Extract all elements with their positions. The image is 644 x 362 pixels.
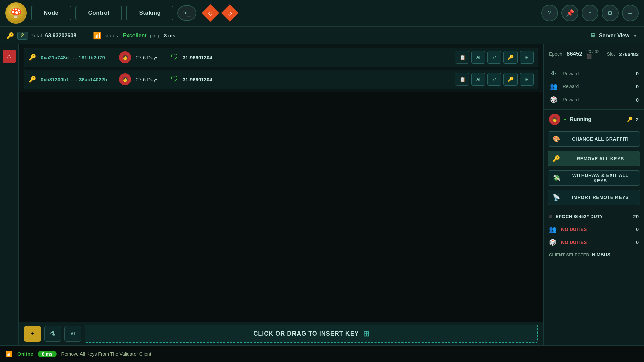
logo: 🍄 — [5, 2, 27, 24]
change-graffiti-button[interactable]: 🎨 CHANGE ALL GRAFFITI — [548, 131, 640, 147]
ping-label: ping: — [150, 33, 161, 38]
server-view-label: Server View — [599, 33, 629, 39]
divider-1 — [85, 29, 85, 42]
remove-keys-icon: 🔑 — [553, 155, 561, 162]
validator-address-1: 0xa21a748d . . . 181ffb2d79 — [41, 55, 114, 60]
val-grid-btn-2[interactable]: ⊞ — [520, 73, 534, 86]
logout-button[interactable]: → — [622, 5, 639, 21]
status-footer: 📶 Online 8 ms Remove All Keys From The V… — [0, 345, 644, 362]
validator-shield-2: 🛡 — [171, 75, 178, 84]
settings-button[interactable]: ⚙ — [602, 5, 619, 21]
duty-value-2: 0 — [636, 240, 639, 245]
slot-value: 2766483 — [619, 51, 639, 57]
withdraw-label: WITHDRAW & EXIT ALL KEYS — [566, 173, 635, 183]
nav-right-icons: ? 📌 ↑ ⚙ → — [541, 5, 639, 21]
validator-reward-2: 31.96601304 — [183, 77, 223, 82]
validator-avatar-2: 🧑 — [119, 73, 131, 85]
import-label: IMPORT REMOTE KEYS — [566, 195, 635, 200]
val-key-btn-1[interactable]: 🔑 — [503, 51, 518, 64]
key-icon: 🔑 — [7, 32, 14, 39]
change-graffiti-icon: 🎨 — [553, 135, 561, 143]
validator-days-1: 27.6 Days — [136, 55, 166, 60]
duty-dot — [549, 215, 552, 218]
val-grid-btn-1[interactable]: ⊞ — [520, 51, 534, 64]
validator-shield-1: 🛡 — [171, 53, 178, 62]
help-button[interactable]: ? — [541, 5, 558, 21]
remove-keys-label: REMOVE ALL KEYS — [566, 156, 635, 161]
withdraw-icon: 💸 — [553, 174, 561, 182]
reward-value-3: 0 — [636, 97, 639, 103]
running-section: 🧑 ● Running 🔑 2 — [544, 110, 644, 129]
table-row: 🔑 0xb81300b1 . . . 36ac14022b 🧑 27.6 Day… — [24, 70, 538, 89]
running-count: 2 — [636, 117, 639, 122]
reward-value-2: 0 — [636, 84, 639, 89]
duty-section: EPOCH 86452# DUTY 20 👥 NO DUTIES 0 🎲 NO … — [544, 210, 644, 261]
reward-row-3: 🎲 Reward 0 — [544, 93, 644, 106]
insert-key-label: CLICK OR DRAG TO INSERT KEY — [253, 330, 359, 337]
ping-value: 8 ms — [164, 33, 175, 38]
top-nav: 🍄 Node Control Staking >_ ◇ ◇ ? 📌 ↑ ⚙ → — [0, 0, 644, 27]
main-layout: ⚠ 🔑 0xa21a748d . . . 181ffb2d79 🧑 27.6 D… — [0, 44, 644, 345]
running-avatar: 🧑 — [549, 114, 560, 125]
table-row: 🔑 0xa21a748d . . . 181ffb2d79 🧑 27.6 Day… — [24, 48, 538, 67]
tab-node[interactable]: Node — [31, 6, 71, 20]
tab-control[interactable]: Control — [75, 6, 122, 20]
running-dot: ● — [564, 117, 566, 122]
rewards-section: 👁 Reward 0 👥 Reward 0 🎲 Reward 0 — [544, 64, 644, 110]
filter-button[interactable]: ⚗ — [44, 326, 61, 342]
reward-icon-3: 🎲 — [549, 96, 558, 103]
client-selected-label: CLIENT SELECTED: — [549, 252, 591, 257]
val-key-btn-2[interactable]: 🔑 — [503, 73, 518, 86]
server-icon: 🖥 — [590, 32, 596, 39]
wifi-icon: 📶 — [93, 32, 101, 40]
sidebar-alert-icon[interactable]: ⚠ — [3, 50, 16, 63]
status-section: 📶 status: Excellent ping: 8 ms — [93, 32, 175, 40]
duty-icon-1: 👥 — [549, 226, 558, 233]
insert-key-area[interactable]: CLICK OR DRAG TO INSERT KEY ⊞ — [85, 325, 538, 343]
client-name: NIMBUS — [592, 252, 610, 257]
empty-content-area — [19, 92, 543, 322]
running-key-icon: 🔑 — [627, 117, 633, 122]
duty-value-1: 0 — [636, 227, 639, 232]
ai-button[interactable]: AI — [64, 326, 81, 342]
total-value: 63.93202608 — [45, 33, 76, 39]
validator-days-2: 27.6 Days — [136, 77, 166, 82]
right-panel: Epoch 86452 20 / 32 ⬛ Slot 2766483 👁 Rew… — [543, 44, 644, 345]
reward-icon-2: 👥 — [549, 83, 558, 90]
reward-icon-1: 👁 — [549, 70, 558, 77]
epoch-value: 86452 — [567, 51, 582, 57]
withdraw-exit-button[interactable]: 💸 WITHDRAW & EXIT ALL KEYS — [548, 170, 640, 186]
footer-ping-badge: 8 ms — [38, 351, 57, 357]
val-ai-btn-1[interactable]: AI — [471, 51, 485, 64]
reward-value-1: 0 — [636, 71, 639, 76]
validator-actions-1: 📋 AI ⇄ 🔑 ⊞ — [455, 51, 534, 64]
pin-button[interactable]: 📌 — [561, 5, 578, 21]
remove-keys-button[interactable]: 🔑 REMOVE ALL KEYS — [548, 151, 640, 166]
status-value: Excellent — [123, 33, 146, 39]
footer-message: Remove All Keys From The Validator Clien… — [61, 351, 151, 357]
val-ai-btn-2[interactable]: AI — [471, 73, 485, 86]
server-view-section[interactable]: 🖥 Server View ▼ — [590, 32, 637, 39]
brand-icon-1: ◇ — [202, 4, 219, 22]
val-copy-btn-1[interactable]: 📋 — [455, 51, 469, 64]
terminal-button[interactable]: >_ — [177, 5, 196, 21]
dropdown-arrow[interactable]: ▼ — [633, 33, 637, 38]
center-content: 🔑 0xa21a748d . . . 181ffb2d79 🧑 27.6 Day… — [19, 44, 543, 345]
val-transfer-btn-1[interactable]: ⇄ — [487, 51, 501, 64]
upload-button[interactable]: ↑ — [582, 5, 598, 21]
left-sidebar: ⚠ — [0, 44, 19, 345]
import-remote-keys-button[interactable]: 📡 IMPORT REMOTE KEYS — [548, 190, 640, 205]
validator-avatar-1: 🧑 — [119, 51, 131, 63]
reward-label-3: Reward — [562, 97, 632, 102]
add-key-button[interactable]: + — [24, 326, 41, 342]
slot-label: Slot — [607, 51, 615, 57]
val-copy-btn-2[interactable]: 📋 — [455, 73, 469, 86]
validator-key-icon: 🔑 — [29, 54, 36, 61]
status-label: status: — [105, 33, 119, 38]
epoch-progress: 20 / 32 ⬛ — [586, 49, 603, 59]
client-selected-section: CLIENT SELECTED: NIMBUS — [544, 249, 644, 261]
val-transfer-btn-2[interactable]: ⇄ — [487, 73, 501, 86]
validator-actions-2: 📋 AI ⇄ 🔑 ⊞ — [455, 73, 534, 86]
tab-staking[interactable]: Staking — [126, 6, 173, 20]
epoch-label: Epoch — [549, 51, 562, 57]
